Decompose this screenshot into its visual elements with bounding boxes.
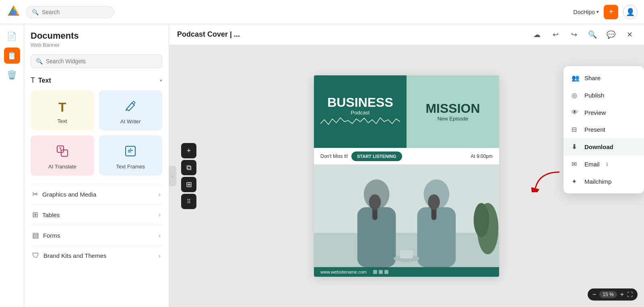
text-section-label: Text bbox=[38, 77, 51, 84]
qr-tool-button[interactable]: ⠿ bbox=[181, 194, 196, 209]
undo-icon: ↩ bbox=[553, 30, 559, 39]
share-menu-item[interactable]: 👥 Share bbox=[564, 69, 644, 87]
sidebar-item-template[interactable]: 📋 bbox=[4, 48, 20, 64]
podcast-cta-bar: Don't Miss It! START LISTENING At 9:00pm bbox=[314, 148, 499, 164]
collapse-icon: ‹ bbox=[172, 174, 173, 178]
tables-icon: ⊞ bbox=[32, 210, 38, 219]
forms-row[interactable]: ▤ Forms › bbox=[31, 225, 162, 245]
sidebar-title: Documents bbox=[31, 31, 162, 41]
widget-card-text[interactable]: T Text bbox=[31, 90, 94, 131]
podcast-design: BUSINESS Podcast MISSION New Episode bbox=[314, 75, 499, 277]
widget-search-input[interactable] bbox=[46, 58, 157, 64]
present-menu-item[interactable]: ⊟ Present bbox=[564, 121, 644, 138]
widget-card-ai-translate[interactable]: AI Translate bbox=[31, 135, 94, 176]
mailchimp-icon: ✦ bbox=[572, 178, 580, 185]
search-button[interactable]: 🔍 bbox=[586, 28, 599, 41]
tables-row[interactable]: ⊞ Tables › bbox=[31, 204, 162, 225]
text-frames-icon bbox=[124, 145, 137, 160]
person-icon: 👤 bbox=[626, 8, 635, 17]
cta-button[interactable]: START LISTENING bbox=[351, 151, 402, 161]
copy-tool-button[interactable]: ⧉ bbox=[181, 160, 196, 175]
text-section-chevron: ▾ bbox=[160, 78, 162, 83]
forms-chevron: › bbox=[159, 232, 161, 239]
download-icon: ⬇ bbox=[572, 143, 580, 151]
forms-icon: ▤ bbox=[32, 231, 39, 240]
graphics-media-row[interactable]: ✂ Graphics and Media › bbox=[31, 184, 162, 204]
publish-label: Publish bbox=[584, 92, 604, 99]
zoom-in-button[interactable]: + bbox=[620, 291, 624, 298]
svg-rect-5 bbox=[61, 150, 68, 156]
share-icon: 👥 bbox=[572, 74, 580, 82]
tables-chevron: › bbox=[159, 212, 161, 218]
tables-label: Tables bbox=[42, 212, 60, 218]
podcast-heading-right: MISSION bbox=[425, 102, 480, 116]
brand-name[interactable]: DocHipo ▾ bbox=[573, 9, 599, 15]
footer-dot-3 bbox=[384, 270, 388, 274]
canvas-viewport: ‹ + ⧉ ⊞ ⠿ bbox=[169, 45, 644, 307]
preview-menu-item[interactable]: 👁 Preview bbox=[564, 104, 644, 121]
widget-grid: T Text AI Writer bbox=[31, 90, 162, 176]
zoom-out-button[interactable]: − bbox=[592, 291, 596, 298]
logo[interactable] bbox=[6, 4, 21, 20]
topbar: 🔍 DocHipo ▾ + 👤 bbox=[0, 0, 644, 24]
ai-translate-icon bbox=[56, 145, 69, 160]
widget-card-text-frames[interactable]: Text Frames bbox=[99, 135, 163, 176]
sidebar-item-trash[interactable]: 🗑️ bbox=[4, 67, 20, 83]
graphics-chevron: › bbox=[159, 191, 161, 197]
widget-search-box[interactable]: 🔍 bbox=[31, 54, 162, 68]
footer-dots bbox=[373, 270, 388, 274]
main-area: 📄 📋 🗑️ Documents Web Banner 🔍 T Text ▾ bbox=[0, 24, 644, 307]
text-section-icon: T bbox=[31, 76, 35, 85]
comments-button[interactable]: 💬 bbox=[605, 28, 617, 41]
text-card-icon: T bbox=[58, 100, 66, 115]
sidebar-item-document[interactable]: 📄 bbox=[4, 28, 20, 44]
podcast-photo bbox=[314, 164, 499, 267]
brand-kits-label: Brand Kits and Themes bbox=[43, 252, 106, 259]
sidebar-subtitle: Web Banner bbox=[31, 42, 162, 48]
cta-left-text: Don't Miss It! bbox=[320, 154, 348, 159]
podcast-top-left: BUSINESS Podcast bbox=[314, 75, 407, 148]
cloud-icon: ☁ bbox=[533, 30, 541, 39]
canvas-toolbar-right: ☁ ↩ ↪ 🔍 💬 ✕ bbox=[530, 28, 636, 41]
widget-search-icon: 🔍 bbox=[36, 58, 43, 64]
brand-kits-row[interactable]: 🛡 Brand Kits and Themes › bbox=[31, 245, 162, 266]
close-icon: ✕ bbox=[627, 30, 633, 39]
svg-rect-6 bbox=[126, 146, 135, 156]
publish-menu-item[interactable]: ◎ Publish bbox=[564, 87, 644, 104]
footer-dot-1 bbox=[373, 270, 377, 274]
close-button[interactable]: ✕ bbox=[623, 28, 636, 41]
top-search-box[interactable]: 🔍 bbox=[26, 6, 114, 18]
ai-writer-icon bbox=[124, 100, 137, 115]
user-avatar[interactable]: 👤 bbox=[623, 5, 638, 19]
cloud-save-button[interactable]: ☁ bbox=[530, 28, 543, 41]
svg-point-3 bbox=[11, 10, 17, 15]
brand-dropdown-icon: ▾ bbox=[597, 9, 599, 15]
grid-tool-button[interactable]: ⊞ bbox=[181, 177, 196, 192]
cta-time: At 9:00pm bbox=[471, 154, 493, 159]
zoom-expand-button[interactable]: ⛶ bbox=[627, 291, 633, 298]
dropdown-menu: 👥 Share ◎ Publish 👁 Preview ⊟ Present ⬇ bbox=[564, 66, 644, 193]
download-menu-item[interactable]: ⬇ Download bbox=[564, 138, 644, 156]
redo-icon: ↪ bbox=[571, 30, 577, 39]
trash-icon: 🗑️ bbox=[7, 70, 17, 80]
text-frames-label: Text Frames bbox=[116, 164, 145, 170]
grid-icon: ⊞ bbox=[186, 180, 192, 189]
present-icon: ⊟ bbox=[572, 126, 580, 133]
email-menu-item[interactable]: ✉ Email ℹ bbox=[564, 156, 644, 173]
svg-point-18 bbox=[474, 203, 489, 237]
svg-rect-20 bbox=[400, 250, 413, 259]
redo-button[interactable]: ↪ bbox=[568, 28, 580, 41]
top-search-input[interactable] bbox=[42, 9, 102, 15]
design-canvas: BUSINESS Podcast MISSION New Episode bbox=[314, 75, 499, 277]
widget-card-ai-writer[interactable]: AI Writer bbox=[99, 90, 163, 131]
info-icon: ℹ bbox=[606, 162, 608, 167]
undo-button[interactable]: ↩ bbox=[549, 28, 562, 41]
add-tool-button[interactable]: + bbox=[181, 143, 196, 158]
forms-label: Forms bbox=[43, 232, 60, 239]
mailchimp-menu-item[interactable]: ✦ Mailchimp bbox=[564, 173, 644, 190]
text-section-header[interactable]: T Text ▾ bbox=[31, 76, 162, 85]
add-button[interactable]: + bbox=[604, 5, 618, 19]
collapse-handle[interactable]: ‹ bbox=[169, 166, 176, 186]
document-title: Podcast Cover | ... bbox=[177, 30, 240, 39]
canvas-toolbar: Podcast Cover | ... ☁ ↩ ↪ 🔍 💬 ✕ bbox=[169, 24, 644, 45]
